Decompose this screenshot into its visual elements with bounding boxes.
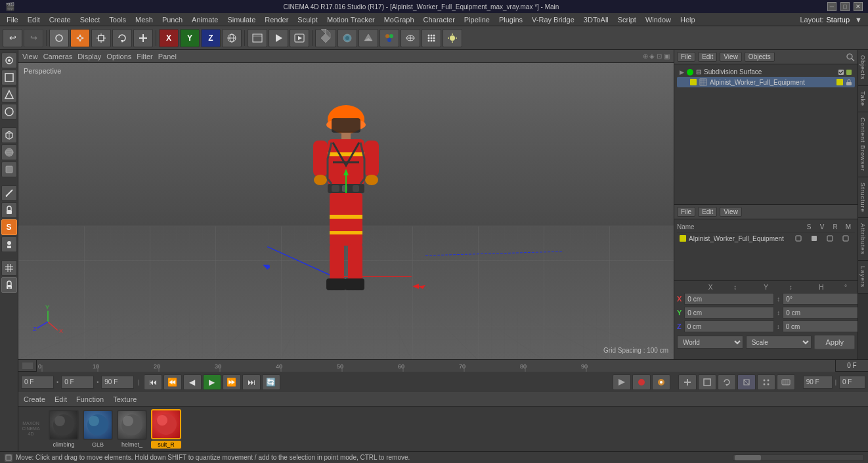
anim-timeline-btn[interactable] — [777, 374, 795, 390]
tree-item-subdivision[interactable]: ▶ ⊟ Subdivision Surface — [677, 67, 855, 77]
world-axis-button[interactable] — [222, 29, 242, 47]
anim-go-end-button[interactable]: ⏭ — [242, 374, 261, 390]
viewport-menu-cameras[interactable]: Cameras — [43, 53, 73, 60]
mat-texture-btn[interactable]: Texture — [110, 395, 139, 403]
coord-zr-field[interactable] — [783, 320, 868, 332]
viewport-menu-options[interactable]: Options — [106, 53, 131, 60]
anim-reverse-play-button[interactable]: ◀ — [183, 374, 202, 390]
bottom-scrollbar-track[interactable] — [733, 454, 864, 461]
light-button[interactable] — [443, 29, 462, 47]
attr-view-btn[interactable]: View — [720, 207, 742, 217]
menu-plugins[interactable]: Plugins — [495, 14, 527, 25]
coord-xr-field[interactable] — [783, 293, 868, 305]
mat-create-btn[interactable]: Create — [21, 395, 48, 403]
viewport-menu-panel[interactable]: Panel — [158, 53, 177, 60]
tree-item-alpinist[interactable]: Alpinist_Worker_Full_Equipment — [677, 77, 855, 87]
coord-world-dropdown[interactable]: World Object Local — [677, 336, 743, 349]
mat-item-climbing[interactable]: climbing — [49, 410, 79, 448]
viewport-menu-display[interactable]: Display — [77, 53, 101, 60]
vtab-content[interactable]: Content Browser — [858, 112, 868, 177]
anim-frame-counter[interactable] — [839, 376, 865, 389]
left-tool-1[interactable] — [1, 53, 17, 68]
menu-edit[interactable]: Edit — [24, 14, 44, 25]
viewport-menu-view[interactable]: View — [22, 53, 38, 60]
objects-view-btn[interactable]: View — [720, 52, 742, 62]
mat-edit-btn[interactable]: Edit — [52, 395, 70, 403]
menu-render[interactable]: Render — [261, 14, 292, 25]
coord-y-field[interactable] — [684, 307, 774, 319]
anim-cycle-button[interactable] — [718, 374, 736, 390]
axis-x-button[interactable]: X — [159, 29, 179, 47]
left-tool-s[interactable]: S — [1, 219, 17, 235]
polygon-display-button[interactable] — [401, 29, 420, 47]
rotate-tool-button[interactable] — [112, 29, 132, 47]
shading-button[interactable] — [358, 29, 378, 47]
close-button[interactable]: ✕ — [854, 2, 863, 11]
maximize-button[interactable]: □ — [840, 2, 850, 11]
left-tool-3[interactable] — [1, 87, 17, 102]
mat-item-helmet[interactable]: helmet_ — [117, 410, 147, 448]
menu-create[interactable]: Create — [45, 14, 75, 25]
minimize-button[interactable]: ─ — [827, 2, 836, 11]
menu-3dtoall[interactable]: 3DToAll — [580, 14, 613, 25]
anim-plus-button[interactable] — [678, 374, 697, 390]
attr-item-alpinist[interactable]: Alpinist_Worker_Full_Equipment — [677, 234, 855, 244]
coord-scale-dropdown[interactable]: Scale Size — [746, 336, 812, 349]
left-tool-lock[interactable] — [1, 202, 17, 218]
vtab-take[interactable]: Take — [858, 86, 868, 112]
menu-file[interactable]: File — [3, 14, 22, 25]
timeline-ruler[interactable]: 0 10 20 30 40 50 — [37, 360, 835, 372]
undo-button[interactable]: ↩ — [3, 29, 22, 47]
objects-file-btn[interactable]: File — [677, 52, 695, 62]
menu-animate[interactable]: Animate — [188, 14, 222, 25]
viewport-menu-filter[interactable]: Filter — [137, 53, 152, 60]
display-filter-button[interactable] — [380, 29, 399, 47]
left-tool-4[interactable] — [1, 104, 17, 120]
mat-item-glb[interactable]: GLB — [83, 410, 113, 448]
menu-mograph[interactable]: MoGraph — [380, 14, 418, 25]
anim-keyframe-button[interactable] — [632, 374, 651, 390]
anim-vray-button[interactable] — [737, 374, 756, 390]
dots-button[interactable] — [422, 29, 441, 47]
coord-z-field[interactable] — [684, 320, 774, 332]
menu-mesh[interactable]: Mesh — [131, 14, 157, 25]
anim-prev-frame-button[interactable]: ⏪ — [163, 374, 182, 390]
anim-record-button[interactable] — [613, 374, 631, 390]
anim-play-button[interactable]: ▶ — [203, 374, 221, 390]
menu-pipeline[interactable]: Pipeline — [460, 14, 494, 25]
apply-button[interactable]: Apply — [814, 335, 855, 349]
anim-go-start-button[interactable]: ⏮ — [144, 374, 162, 390]
view-mode-button[interactable] — [337, 29, 357, 47]
anim-4-dots-button[interactable] — [757, 374, 775, 390]
render-view-button[interactable] — [248, 29, 267, 47]
objects-objects-btn[interactable]: Objects — [745, 52, 775, 62]
attr-file-btn[interactable]: File — [677, 207, 695, 217]
left-tool-2[interactable] — [1, 70, 17, 85]
render-to-picture-viewer[interactable] — [290, 29, 309, 47]
left-tool-stamp[interactable] — [1, 236, 17, 252]
left-tool-grid[interactable] — [1, 260, 17, 276]
anim-auto-key-button[interactable] — [652, 374, 670, 390]
redo-button[interactable]: ↪ — [24, 29, 43, 47]
move-tool-button[interactable] — [70, 29, 90, 47]
menu-character[interactable]: Character — [420, 14, 459, 25]
select-all-button[interactable] — [133, 29, 153, 47]
coord-x-field[interactable] — [684, 293, 774, 305]
attr-edit-btn[interactable]: Edit — [698, 207, 717, 217]
vtab-objects[interactable]: Objects — [858, 50, 868, 86]
menu-tools[interactable]: Tools — [105, 14, 130, 25]
anim-fps-field[interactable] — [803, 376, 833, 389]
anim-end-frame[interactable] — [101, 376, 134, 389]
menu-select[interactable]: Select — [76, 14, 104, 25]
menu-window[interactable]: Window — [641, 14, 675, 25]
left-tool-pen[interactable] — [1, 185, 17, 201]
model-mode-button[interactable] — [49, 29, 69, 47]
menu-motion-tracker[interactable]: Motion Tracker — [323, 14, 379, 25]
anim-square-button[interactable] — [698, 374, 716, 390]
view-cube-front[interactable] — [315, 29, 336, 47]
left-tool-5[interactable] — [1, 162, 17, 177]
coord-yr-field[interactable] — [783, 307, 868, 319]
scale-tool-button[interactable] — [91, 29, 111, 47]
menu-sculpt[interactable]: Sculpt — [293, 14, 322, 25]
menu-punch[interactable]: Punch — [158, 14, 186, 25]
